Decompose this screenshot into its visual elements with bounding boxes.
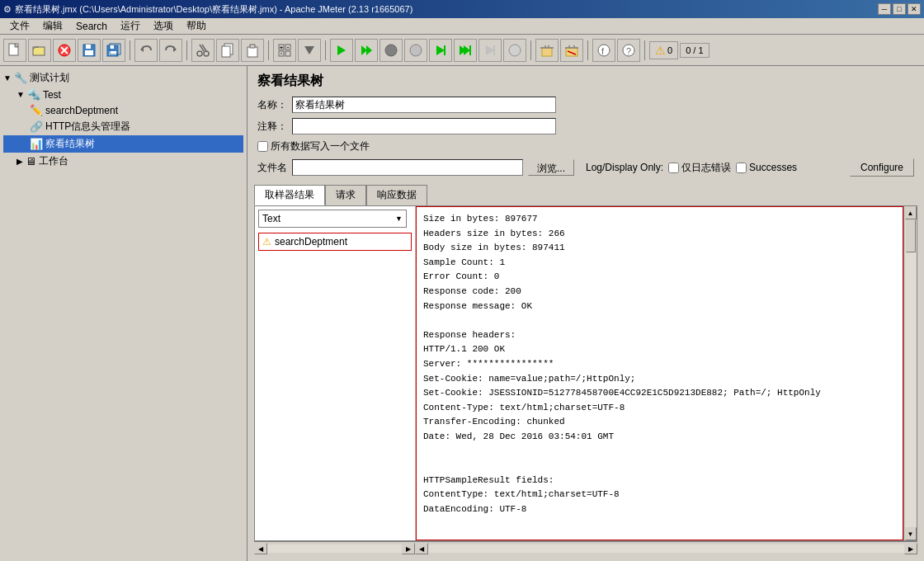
scroll-thumb[interactable] <box>906 219 916 252</box>
search-dept-icon: ✏️ <box>30 104 43 116</box>
log-errors-checkbox[interactable] <box>668 163 679 173</box>
test-plan-tree: ▼ 🔧 测试计划 ▼ 🔩 Test ✏️ searchDeptment 🔗 HT… <box>0 66 248 561</box>
scroll-down-button[interactable]: ▼ <box>905 527 917 540</box>
undo-button[interactable] <box>134 39 158 62</box>
comment-input[interactable] <box>292 118 556 134</box>
bottom-scroll-track-left[interactable] <box>267 544 402 553</box>
menu-help[interactable]: 帮助 <box>180 17 213 35</box>
save-button[interactable] <box>78 39 101 62</box>
successes-label: Successes <box>736 162 797 173</box>
result-item-search[interactable]: ⚠ searchDeptment <box>258 233 412 251</box>
tree-label-test-plan: 测试计划 <box>30 71 69 85</box>
all-data-checkbox[interactable] <box>257 141 268 152</box>
response-content: Size in bytes: 897677 Headers size in by… <box>423 212 896 516</box>
remote-stop-all-button[interactable] <box>503 39 526 62</box>
stop-now-button[interactable] <box>404 39 427 62</box>
close-button[interactable]: ✕ <box>908 3 921 15</box>
tree-item-test-plan[interactable]: ▼ 🔧 测试计划 <box>3 69 243 87</box>
window-title: 察看结果树.jmx (C:\Users\Administrator\Deskto… <box>12 3 878 16</box>
tree-label-workbench: 工作台 <box>39 154 68 168</box>
bottom-left-spacer: ◀ ▶ <box>254 542 415 555</box>
file-label: 文件名 <box>257 161 287 175</box>
paste-button[interactable] <box>241 39 264 62</box>
all-data-text: 所有数据写入一个文件 <box>271 139 370 153</box>
scroll-right-button-2[interactable]: ▶ <box>904 543 917 554</box>
tree-item-test[interactable]: ▼ 🔩 Test <box>3 87 243 102</box>
collapse-all-button[interactable] <box>298 39 321 62</box>
results-list: Text ▼ ⚠ searchDeptment <box>255 206 416 540</box>
configure-button[interactable]: Configure <box>850 158 914 177</box>
toolbar-sep-5 <box>530 40 531 60</box>
dropdown-value: Text <box>262 213 280 224</box>
open-button[interactable] <box>28 39 51 62</box>
remote-stop-button[interactable] <box>478 39 502 62</box>
tree-item-http-header[interactable]: 🔗 HTTP信息头管理器 <box>3 118 243 135</box>
save-all-button[interactable] <box>102 39 125 62</box>
dropdown-arrow-icon: ▼ <box>395 214 403 223</box>
successes-checkbox[interactable] <box>736 163 747 173</box>
tree-item-result-tree[interactable]: 📊 察看结果树 <box>3 135 243 153</box>
name-input[interactable] <box>292 97 556 113</box>
function-helper-button[interactable]: f <box>592 39 615 62</box>
scroll-up-button[interactable]: ▲ <box>905 206 917 219</box>
stop-button[interactable] <box>380 39 403 62</box>
browse-button[interactable]: 浏览... <box>528 159 574 176</box>
toolbar-sep-4 <box>325 40 326 60</box>
scroll-right-button[interactable]: ▶ <box>402 543 415 554</box>
tree-item-workbench[interactable]: ▶ 🖥 工作台 <box>3 153 243 170</box>
remote-start-button[interactable] <box>429 39 452 62</box>
tab-sampler-results[interactable]: 取样器结果 <box>254 185 325 205</box>
panel-header: 察看结果树 名称： 注释： 所有数据写入一个文件 文件名 <box>248 66 924 185</box>
redo-button[interactable] <box>159 39 182 62</box>
data-file-row: 所有数据写入一个文件 <box>257 139 914 153</box>
new-button[interactable] <box>3 39 26 62</box>
maximize-button[interactable]: □ <box>893 3 906 15</box>
start-button[interactable] <box>330 39 353 62</box>
svg-rect-8 <box>85 50 93 55</box>
scrollbar[interactable]: ▲ ▼ <box>903 206 917 540</box>
clear-button[interactable] <box>535 39 559 62</box>
menu-edit[interactable]: 编辑 <box>36 17 69 35</box>
response-detail: Size in bytes: 897677 Headers size in by… <box>416 206 903 540</box>
menu-file[interactable]: 文件 <box>3 17 36 35</box>
expand-all-button[interactable] <box>273 39 296 62</box>
menu-search[interactable]: Search <box>69 19 114 34</box>
right-panel: 察看结果树 名称： 注释： 所有数据写入一个文件 文件名 <box>248 66 924 561</box>
tree-item-search-dept[interactable]: ✏️ searchDeptment <box>3 102 243 118</box>
http-header-icon: 🔗 <box>30 120 43 133</box>
close-file-button[interactable] <box>53 39 76 62</box>
file-input[interactable] <box>292 159 523 176</box>
help-button[interactable]: ? <box>617 39 640 62</box>
remote-start-all-button[interactable] <box>454 39 477 62</box>
copy-button[interactable] <box>216 39 239 62</box>
bottom-scroll-track-right[interactable] <box>428 544 904 553</box>
menu-run[interactable]: 运行 <box>114 17 147 35</box>
expand-icon: ▼ <box>16 90 25 99</box>
log-errors-text: 仅日志错误 <box>681 161 731 175</box>
svg-marker-32 <box>337 45 346 55</box>
menu-options[interactable]: 选项 <box>147 17 180 35</box>
tab-request[interactable]: 请求 <box>325 185 366 205</box>
warning-count: 0 <box>667 45 672 55</box>
comment-row: 注释： <box>257 118 914 134</box>
clear-all-button[interactable] <box>560 39 583 62</box>
toolbar: f ? ⚠ 0 0 / 1 <box>0 35 924 66</box>
scroll-left-button-2[interactable]: ◀ <box>415 543 428 554</box>
comment-label: 注释： <box>257 120 287 134</box>
warning-result-icon: ⚠ <box>262 236 271 248</box>
minimize-button[interactable]: ─ <box>878 3 891 15</box>
scroll-track[interactable] <box>905 219 917 527</box>
scroll-left-button[interactable]: ◀ <box>254 543 267 554</box>
text-dropdown[interactable]: Text ▼ <box>258 210 407 228</box>
expand-icon: ▶ <box>16 157 23 166</box>
toolbar-sep-3 <box>268 40 269 60</box>
warning-icon: ⚠ <box>655 44 666 57</box>
expand-icon: ▼ <box>3 73 12 82</box>
warning-badge: ⚠ 0 <box>649 41 678 59</box>
svg-rect-22 <box>250 45 255 48</box>
cut-button[interactable] <box>191 39 214 62</box>
menu-bar: 文件 编辑 Search 运行 选项 帮助 <box>0 18 924 35</box>
start-no-pause-button[interactable] <box>355 39 378 62</box>
toolbar-sep-1 <box>130 40 130 60</box>
tab-response-data[interactable]: 响应数据 <box>366 185 427 205</box>
